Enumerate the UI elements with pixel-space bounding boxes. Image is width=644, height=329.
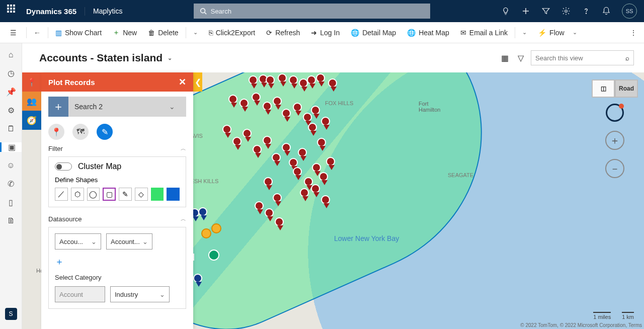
- draw-mode[interactable]: ✎: [97, 124, 113, 140]
- map-pin-account[interactable]: [326, 157, 335, 166]
- map-pin-account[interactable]: [304, 177, 313, 186]
- map-pin-account[interactable]: [273, 97, 282, 106]
- close-icon[interactable]: ✕: [179, 76, 186, 88]
- map-marker-face[interactable]: [208, 250, 219, 261]
- map-pin-blue[interactable]: [193, 274, 202, 283]
- hamburger-icon[interactable]: ☰: [2, 29, 24, 37]
- view-title[interactable]: Accounts - Staten island⌄: [39, 52, 172, 64]
- login-button[interactable]: ➜Log In: [306, 22, 345, 43]
- click2export-button[interactable]: ⎘Click2Export: [204, 22, 261, 43]
- blue-swatch[interactable]: [167, 188, 180, 201]
- rail-phone-icon[interactable]: ✆: [8, 179, 14, 189]
- filter-icon[interactable]: ▽: [518, 53, 524, 63]
- bell-icon[interactable]: [602, 7, 611, 16]
- map-pin-account[interactable]: [289, 158, 298, 167]
- rect-tool[interactable]: ▢: [103, 188, 116, 201]
- delete-split[interactable]: ⌄: [188, 22, 203, 43]
- line-tool[interactable]: ／: [55, 188, 68, 201]
- map-pin-account[interactable]: [266, 75, 275, 85]
- map-pin-account[interactable]: [243, 129, 252, 138]
- tab-poi[interactable]: 🧭: [22, 111, 41, 130]
- global-search[interactable]: Search: [194, 4, 430, 19]
- region-mode[interactable]: 🗺: [72, 124, 89, 140]
- map-pin-account[interactable]: [272, 153, 281, 162]
- tab-plot[interactable]: 📍: [22, 72, 41, 92]
- map-pin-account[interactable]: [273, 193, 282, 202]
- add-datasource[interactable]: ＋: [55, 256, 180, 268]
- layer-style-button[interactable]: ◫: [592, 79, 615, 98]
- map-pin-account[interactable]: [239, 99, 249, 108]
- flow-button[interactable]: ⚡Flow⌄: [533, 22, 582, 43]
- search-view-input[interactable]: [535, 54, 625, 62]
- map-pin-account[interactable]: [311, 184, 320, 193]
- rail-clipboard-icon[interactable]: 🗒: [7, 124, 15, 133]
- map-pin-account[interactable]: [249, 75, 258, 85]
- map-pin-account[interactable]: [308, 123, 317, 132]
- panel-collapse[interactable]: ❮: [193, 72, 202, 92]
- map-marker-coin[interactable]: [201, 228, 211, 238]
- funnel-icon[interactable]: [541, 7, 550, 16]
- search-view[interactable]: ⌕: [531, 50, 634, 65]
- map-pin-blue[interactable]: [198, 207, 207, 216]
- rail-home-icon[interactable]: ⌂: [9, 50, 14, 59]
- map-pin-account[interactable]: [321, 117, 330, 126]
- zoom-out-button[interactable]: －: [605, 159, 624, 178]
- locate-globe-icon[interactable]: [606, 104, 624, 122]
- map-pin-account[interactable]: [253, 145, 262, 154]
- rail-accounts-icon[interactable]: ▣: [0, 142, 22, 152]
- map-pin-account[interactable]: [316, 73, 325, 83]
- map-pin-account[interactable]: [222, 125, 231, 134]
- map-pin-account[interactable]: [282, 143, 291, 152]
- rail-report-icon[interactable]: 🗎: [7, 216, 15, 225]
- map-pin-account[interactable]: [282, 109, 291, 118]
- map-pin-account[interactable]: [275, 217, 284, 226]
- help-icon[interactable]: [582, 7, 591, 16]
- map-pin-account[interactable]: [298, 148, 307, 157]
- map-pin-account[interactable]: [312, 163, 321, 172]
- search-icon[interactable]: ⌕: [625, 54, 629, 62]
- lightbulb-icon[interactable]: [501, 7, 510, 16]
- heat-map-button[interactable]: 🌐Heat Map: [402, 22, 454, 43]
- map-pin-account[interactable]: [328, 78, 337, 88]
- map-pin-account[interactable]: [289, 75, 298, 85]
- map-pin-account[interactable]: [263, 136, 272, 145]
- entity-select[interactable]: Accou...⌄: [55, 233, 101, 250]
- show-chart-button[interactable]: ▥Show Chart: [50, 22, 107, 43]
- map-pin-account[interactable]: [303, 113, 312, 122]
- map-pin-account[interactable]: [252, 93, 261, 102]
- map-pin-account[interactable]: [311, 106, 320, 115]
- map-marker-coin[interactable]: [211, 223, 221, 233]
- circle-tool[interactable]: ◯: [87, 188, 100, 201]
- map-pin-account[interactable]: [319, 172, 328, 181]
- map-pin-account[interactable]: [264, 177, 273, 186]
- location-mode[interactable]: 📍: [48, 124, 64, 140]
- rail-area-switch[interactable]: S: [5, 308, 17, 320]
- email-split[interactable]: ⌄: [517, 22, 532, 43]
- back-button[interactable]: ←: [29, 22, 46, 43]
- map-pin-account[interactable]: [265, 208, 274, 217]
- map-pin-account[interactable]: [300, 188, 309, 197]
- map-pin-account[interactable]: [293, 167, 302, 176]
- map-pin-account[interactable]: [293, 103, 302, 112]
- rail-recent-icon[interactable]: ◷: [8, 68, 15, 78]
- add-search-button[interactable]: ＋: [48, 97, 68, 117]
- map-pin-account[interactable]: [321, 195, 330, 204]
- rail-sliders-icon[interactable]: ⚙: [8, 106, 15, 115]
- new-button[interactable]: ＋New: [108, 22, 142, 43]
- map-pin-account[interactable]: [228, 95, 237, 104]
- category-attr-select[interactable]: Industry⌄: [110, 286, 170, 302]
- view-select[interactable]: Account...⌄: [106, 233, 152, 250]
- map-pin-account[interactable]: [307, 75, 316, 85]
- email-link-button[interactable]: ✉Email a Link: [455, 22, 513, 43]
- plus-icon[interactable]: [521, 7, 530, 16]
- hex-tool[interactable]: ⬡: [71, 188, 84, 201]
- green-swatch[interactable]: [151, 188, 164, 201]
- refresh-button[interactable]: ⟳Refresh: [261, 22, 305, 43]
- map-pin-account[interactable]: [278, 73, 287, 83]
- pencil-tool[interactable]: ✎: [119, 188, 132, 201]
- road-button[interactable]: Road: [615, 79, 638, 98]
- map-pin-account[interactable]: [317, 138, 326, 147]
- datasource-section-header[interactable]: Datasource︿: [48, 215, 186, 223]
- zoom-in-button[interactable]: ＋: [605, 131, 624, 150]
- gear-icon[interactable]: [561, 7, 571, 16]
